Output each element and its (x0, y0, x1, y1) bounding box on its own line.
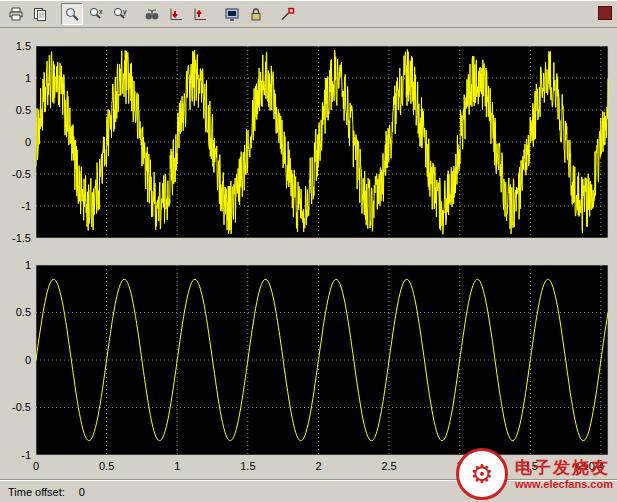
watermark-text: 电子发烧友 www.elecfans.com (515, 457, 613, 492)
x-tick-label: 0.5 (99, 460, 114, 472)
time-offset-label: Time offset: (8, 486, 65, 498)
save-axes-icon (168, 6, 184, 22)
autoscale-button[interactable] (141, 3, 163, 25)
watermark: ⚙ 电子发烧友 www.elecfans.com (456, 448, 613, 500)
parameters-icon (32, 6, 48, 22)
toolbar-separator (212, 3, 220, 25)
watermark-url: www.elecfans.com (515, 478, 613, 492)
zoom-y-button[interactable]: y (109, 3, 131, 25)
restore-axes-icon (192, 6, 208, 22)
y-tick-label: 1 (25, 259, 31, 271)
elecfans-logo-icon: ⚙ (456, 448, 508, 500)
y-tick-label: -1 (21, 449, 31, 461)
zoom-button[interactable] (61, 3, 83, 25)
x-tick-label: 1.5 (240, 460, 255, 472)
zoom-x-button[interactable]: x (85, 3, 107, 25)
save-axes-button[interactable] (165, 3, 187, 25)
restore-axes-button[interactable] (189, 3, 211, 25)
y-tick-label: -1 (21, 200, 31, 212)
x-tick-label: 0 (33, 460, 39, 472)
time-offset-value: 0 (79, 486, 85, 498)
binoculars-icon (144, 6, 160, 22)
zoom-icon (64, 6, 80, 22)
y-tick-label: 1 (25, 72, 31, 84)
x-tick-label: 2.5 (381, 460, 396, 472)
parameters-button[interactable] (29, 3, 51, 25)
toolbar-corner-box[interactable] (598, 6, 612, 20)
toolbar-separator (132, 3, 140, 25)
toolbar-separator (268, 3, 276, 25)
svg-text:y: y (123, 8, 127, 16)
watermark-title: 电子发烧友 (515, 457, 613, 478)
figure-plot-svg: 1.510.50-0.5-1-1.510.50-0.5-100.511.522.… (0, 28, 617, 480)
y-tick-label: 0 (25, 354, 31, 366)
svg-text:x: x (99, 8, 103, 15)
signal-selection-button[interactable] (277, 3, 299, 25)
y-tick-label: -0.5 (12, 401, 31, 413)
print-button[interactable] (5, 3, 27, 25)
y-tick-label: 0.5 (16, 306, 31, 318)
printer-icon (8, 6, 24, 22)
toolbar: x y (0, 0, 617, 28)
y-tick-label: 0.5 (16, 104, 31, 116)
y-tick-label: -1.5 (12, 232, 31, 244)
plot-area[interactable] (36, 265, 608, 455)
x-tick-label: 2 (315, 460, 321, 472)
y-tick-label: 1.5 (16, 40, 31, 52)
zoom-y-icon: y (112, 6, 128, 22)
floating-scope-icon (224, 6, 240, 22)
floating-scope-button[interactable] (221, 3, 243, 25)
lock-axes-button[interactable] (245, 3, 267, 25)
y-tick-label: 0 (25, 136, 31, 148)
toolbar-separator (52, 3, 60, 25)
x-tick-label: 1 (174, 460, 180, 472)
y-tick-label: -0.5 (12, 168, 31, 180)
signal-selection-icon (280, 6, 296, 22)
zoom-x-icon: x (88, 6, 104, 22)
figure-area: 1.510.50-0.5-1-1.510.50-0.5-100.511.522.… (0, 28, 617, 480)
lock-icon (248, 6, 264, 22)
scope-window: x y (0, 0, 617, 502)
